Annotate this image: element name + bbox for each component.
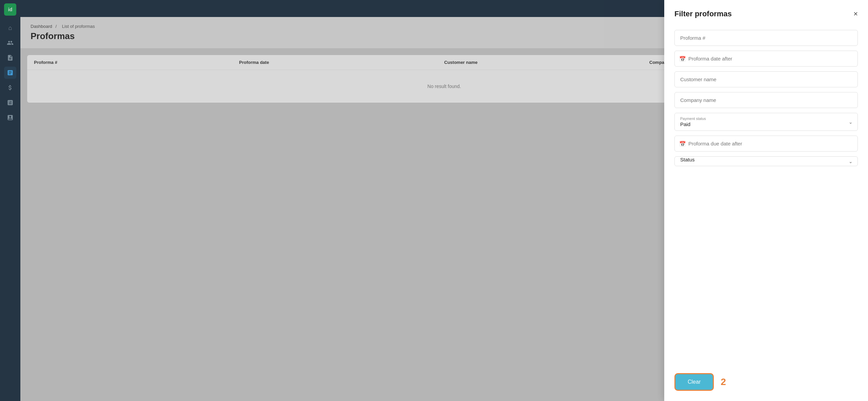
filter-title: Filter proformas (674, 10, 732, 18)
payment-status-label: Payment status (675, 113, 857, 121)
clear-button[interactable]: Clear (674, 373, 714, 391)
company-name-input[interactable] (674, 92, 858, 108)
payment-status-value: Paid (675, 121, 857, 130)
filter-body: 📅 Payment status Paid ⌄ 📅 Status ⌄ (664, 27, 868, 366)
status-select[interactable]: Status ⌄ (674, 156, 858, 166)
proforma-due-date-after-wrapper: 📅 (674, 136, 858, 152)
status-value: Status (675, 157, 857, 166)
filter-panel: Filter proformas × 📅 Payment status Paid… (664, 0, 868, 401)
filter-header: Filter proformas × (664, 0, 868, 27)
filter-close-button[interactable]: × (853, 10, 858, 18)
chevron-down-icon: ⌄ (849, 119, 853, 125)
proforma-date-after-wrapper: 📅 (674, 51, 858, 67)
status-chevron-icon: ⌄ (849, 159, 853, 164)
customer-name-input[interactable] (674, 71, 858, 87)
filter-footer: Clear 2 (664, 366, 868, 401)
payment-status-select[interactable]: Payment status Paid ⌄ (674, 113, 858, 131)
annotation-number: 2 (721, 377, 726, 387)
proforma-due-date-after-input[interactable] (674, 136, 858, 152)
proforma-number-input[interactable] (674, 30, 858, 46)
calendar-due-icon: 📅 (679, 140, 686, 147)
calendar-icon: 📅 (679, 55, 686, 62)
proforma-date-after-input[interactable] (674, 51, 858, 67)
